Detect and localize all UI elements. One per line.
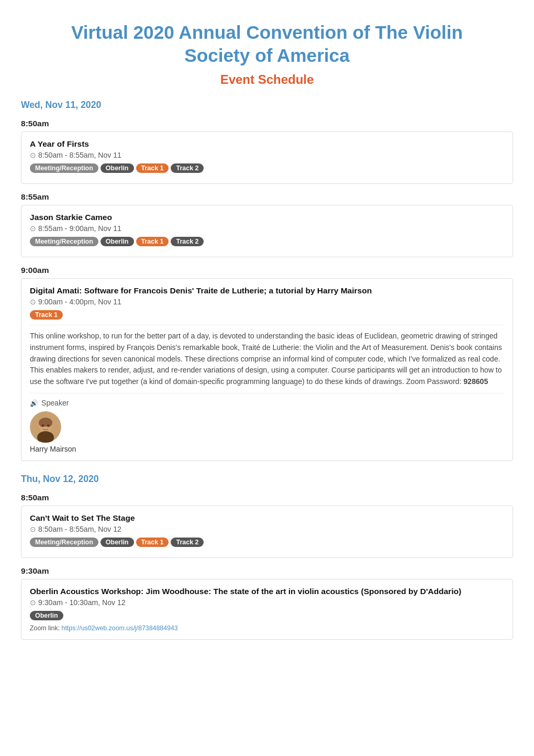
event-time-range: 8:50am - 8:55am, Nov 11 xyxy=(30,151,504,159)
event-card-1-1-0: Oberlin Acoustics Workshop: Jim Woodhous… xyxy=(21,579,513,640)
event-time-range: 8:50am - 8:55am, Nov 12 xyxy=(30,525,504,533)
tag-oberlin[interactable]: Oberlin xyxy=(101,538,134,547)
time-label-1-1: 9:30am xyxy=(21,566,513,576)
day-section-0: Wed, Nov 11, 20208:50amA Year of Firsts8… xyxy=(21,100,513,461)
day-section-1: Thu, Nov 12, 20208:50amCan't Wait to Set… xyxy=(21,474,513,640)
event-time-range: 9:30am - 10:30am, Nov 12 xyxy=(30,598,504,607)
tag-track-1[interactable]: Track 1 xyxy=(136,237,169,246)
speaker-name: Harry Mairson xyxy=(30,445,504,453)
tag-track-1[interactable]: Track 1 xyxy=(136,538,169,547)
day-header-1: Thu, Nov 12, 2020 xyxy=(21,474,513,485)
event-title: Oberlin Acoustics Workshop: Jim Woodhous… xyxy=(30,587,504,596)
tag-track-1[interactable]: Track 1 xyxy=(136,163,169,173)
speaker-section: Speaker Harry Mairson xyxy=(30,393,504,453)
tag-track-2[interactable]: Track 2 xyxy=(171,163,204,173)
zoom-link-anchor[interactable]: https://us02web.zoom.us/j/87384884943 xyxy=(62,624,178,632)
day-header-0: Wed, Nov 11, 2020 xyxy=(21,100,513,111)
tag-meeting-reception[interactable]: Meeting/Reception xyxy=(30,237,98,246)
speaker-label: Speaker xyxy=(30,399,504,407)
svg-point-6 xyxy=(47,424,49,426)
tag-track-1[interactable]: Track 1 xyxy=(30,310,63,320)
time-label-0-2: 9:00am xyxy=(21,266,513,275)
tag-oberlin[interactable]: Oberlin xyxy=(30,611,63,620)
time-label-0-1: 8:55am xyxy=(21,192,513,202)
zoom-link-label: Zoom link: xyxy=(30,624,62,632)
event-time-range: 8:55am - 9:00am, Nov 11 xyxy=(30,224,504,233)
event-tags: Meeting/ReceptionOberlinTrack 1Track 2 xyxy=(30,163,504,173)
event-schedule-subtitle: Event Schedule xyxy=(21,72,513,87)
event-tags: Oberlin xyxy=(30,611,504,620)
event-title: Digital Amati: Software for Francois Den… xyxy=(30,286,504,295)
event-tags: Meeting/ReceptionOberlinTrack 1Track 2 xyxy=(30,538,504,547)
event-title: Can't Wait to Set The Stage xyxy=(30,513,504,523)
main-title: Virtual 2020 Annual Convention of The Vi… xyxy=(21,21,513,67)
tag-oberlin[interactable]: Oberlin xyxy=(101,163,134,173)
tag-meeting-reception[interactable]: Meeting/Reception xyxy=(30,538,98,547)
event-tags: Meeting/ReceptionOberlinTrack 1Track 2 xyxy=(30,237,504,246)
event-card-0-2-0: Digital Amati: Software for Francois Den… xyxy=(21,278,513,461)
event-card-1-0-0: Can't Wait to Set The Stage8:50am - 8:55… xyxy=(21,506,513,558)
time-label-0-0: 8:50am xyxy=(21,119,513,128)
tag-track-2[interactable]: Track 2 xyxy=(171,237,204,246)
event-time-range: 9:00am - 4:00pm, Nov 11 xyxy=(30,298,504,306)
tag-oberlin[interactable]: Oberlin xyxy=(101,237,134,246)
zoom-password: 928605 xyxy=(463,377,488,386)
event-tags: Track 1 xyxy=(30,310,504,320)
tag-track-2[interactable]: Track 2 xyxy=(171,538,204,547)
speaker-avatar xyxy=(30,411,504,445)
event-card-0-0-0: A Year of Firsts8:50am - 8:55am, Nov 11M… xyxy=(21,132,513,184)
event-title: Jason Starkie Cameo xyxy=(30,213,504,222)
event-description: This online workshop, to run for the bet… xyxy=(30,325,504,388)
time-label-1-0: 8:50am xyxy=(21,493,513,502)
svg-point-5 xyxy=(42,424,44,426)
event-title: A Year of Firsts xyxy=(30,139,504,149)
event-card-0-1-0: Jason Starkie Cameo8:55am - 9:00am, Nov … xyxy=(21,205,513,257)
tag-meeting-reception[interactable]: Meeting/Reception xyxy=(30,163,98,173)
zoom-link-section: Zoom link: https://us02web.zoom.us/j/873… xyxy=(30,623,504,632)
